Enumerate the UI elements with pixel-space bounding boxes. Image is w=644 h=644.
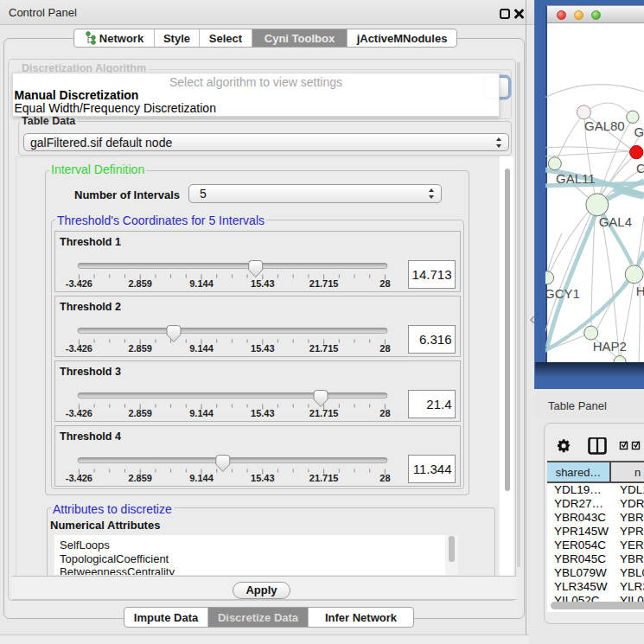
svg-text:GAL80: GAL80: [584, 118, 625, 133]
svg-text:GCY1: GCY1: [545, 286, 580, 301]
svg-text:GAL11: GAL11: [556, 171, 596, 186]
svg-text:H: H: [636, 284, 644, 298]
svg-text:GAL4: GAL4: [599, 214, 632, 229]
svg-text:GA: GA: [634, 124, 644, 139]
svg-text:HAP2: HAP2: [593, 339, 627, 354]
svg-text:C: C: [636, 161, 644, 175]
